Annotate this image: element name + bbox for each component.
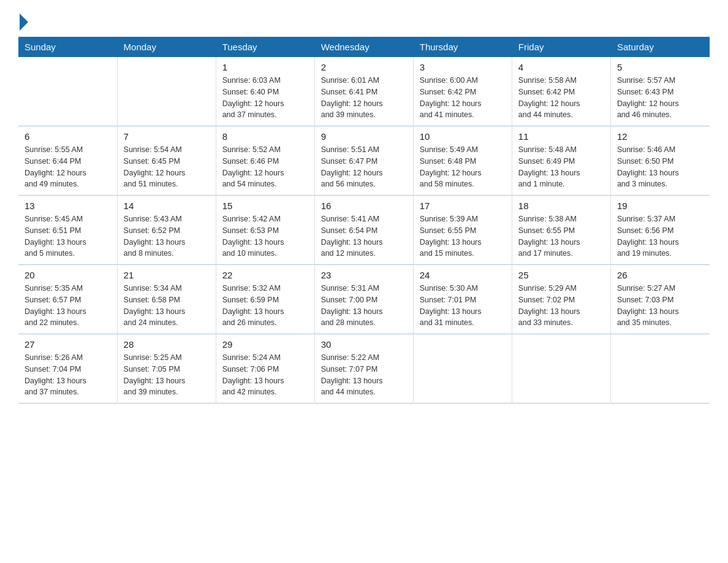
- day-info: Sunrise: 6:01 AM Sunset: 6:41 PM Dayligh…: [321, 75, 407, 121]
- day-number: 23: [321, 270, 407, 280]
- day-number: 16: [321, 201, 407, 211]
- day-info: Sunrise: 5:55 AM Sunset: 6:44 PM Dayligh…: [25, 144, 111, 190]
- calendar-cell: 23Sunrise: 5:31 AM Sunset: 7:00 PM Dayli…: [314, 265, 413, 334]
- day-info: Sunrise: 5:35 AM Sunset: 6:57 PM Dayligh…: [25, 283, 111, 329]
- day-info: Sunrise: 5:54 AM Sunset: 6:45 PM Dayligh…: [124, 144, 210, 190]
- calendar-cell: 13Sunrise: 5:45 AM Sunset: 6:51 PM Dayli…: [18, 196, 117, 265]
- calendar-week-row: 1Sunrise: 6:03 AM Sunset: 6:40 PM Daylig…: [18, 57, 710, 126]
- calendar-header: SundayMondayTuesdayWednesdayThursdayFrid…: [18, 37, 710, 57]
- day-number: 27: [25, 339, 111, 350]
- page-header: [18, 12, 710, 31]
- day-info: Sunrise: 5:38 AM Sunset: 6:55 PM Dayligh…: [518, 213, 604, 259]
- day-number: 5: [617, 62, 703, 72]
- calendar-cell: 1Sunrise: 6:03 AM Sunset: 6:40 PM Daylig…: [216, 57, 314, 126]
- day-info: Sunrise: 5:30 AM Sunset: 7:01 PM Dayligh…: [420, 283, 506, 329]
- day-number: 6: [25, 131, 111, 142]
- weekday-header-wednesday: Wednesday: [314, 37, 413, 57]
- day-info: Sunrise: 5:42 AM Sunset: 6:53 PM Dayligh…: [222, 213, 308, 259]
- day-number: 17: [420, 201, 506, 211]
- calendar-cell: 25Sunrise: 5:29 AM Sunset: 7:02 PM Dayli…: [512, 265, 610, 334]
- calendar-cell: 29Sunrise: 5:24 AM Sunset: 7:06 PM Dayli…: [216, 334, 314, 404]
- calendar-cell: 2Sunrise: 6:01 AM Sunset: 6:41 PM Daylig…: [314, 57, 413, 126]
- logo: [18, 18, 28, 31]
- calendar-cell: 30Sunrise: 5:22 AM Sunset: 7:07 PM Dayli…: [314, 334, 413, 404]
- day-number: 11: [518, 131, 604, 142]
- calendar-cell: 11Sunrise: 5:48 AM Sunset: 6:49 PM Dayli…: [512, 126, 610, 196]
- day-info: Sunrise: 5:34 AM Sunset: 6:58 PM Dayligh…: [124, 283, 210, 329]
- calendar-cell: 3Sunrise: 6:00 AM Sunset: 6:42 PM Daylig…: [413, 57, 512, 126]
- day-info: Sunrise: 5:32 AM Sunset: 6:59 PM Dayligh…: [222, 283, 308, 329]
- calendar-cell: [18, 57, 117, 126]
- calendar-week-row: 13Sunrise: 5:45 AM Sunset: 6:51 PM Dayli…: [18, 196, 710, 265]
- day-number: 24: [420, 270, 506, 280]
- day-info: Sunrise: 5:27 AM Sunset: 7:03 PM Dayligh…: [617, 283, 703, 329]
- day-number: 3: [420, 62, 506, 72]
- day-info: Sunrise: 5:43 AM Sunset: 6:52 PM Dayligh…: [124, 213, 210, 259]
- day-number: 9: [321, 131, 407, 142]
- weekday-header-monday: Monday: [117, 37, 216, 57]
- day-number: 19: [617, 201, 703, 211]
- calendar-cell: 19Sunrise: 5:37 AM Sunset: 6:56 PM Dayli…: [610, 196, 709, 265]
- calendar-cell: 26Sunrise: 5:27 AM Sunset: 7:03 PM Dayli…: [610, 265, 709, 334]
- day-number: 14: [124, 201, 210, 211]
- day-info: Sunrise: 5:45 AM Sunset: 6:51 PM Dayligh…: [25, 213, 111, 259]
- day-info: Sunrise: 6:03 AM Sunset: 6:40 PM Dayligh…: [222, 75, 308, 121]
- calendar-week-row: 27Sunrise: 5:26 AM Sunset: 7:04 PM Dayli…: [18, 334, 710, 404]
- day-number: 10: [420, 131, 506, 142]
- day-info: Sunrise: 5:52 AM Sunset: 6:46 PM Dayligh…: [222, 144, 308, 190]
- day-info: Sunrise: 5:26 AM Sunset: 7:04 PM Dayligh…: [25, 352, 111, 398]
- calendar-cell: 20Sunrise: 5:35 AM Sunset: 6:57 PM Dayli…: [18, 265, 117, 334]
- day-number: 15: [222, 201, 308, 211]
- calendar-week-row: 20Sunrise: 5:35 AM Sunset: 6:57 PM Dayli…: [18, 265, 710, 334]
- day-info: Sunrise: 5:48 AM Sunset: 6:49 PM Dayligh…: [518, 144, 604, 190]
- weekday-header-row: SundayMondayTuesdayWednesdayThursdayFrid…: [18, 37, 710, 57]
- calendar-cell: 12Sunrise: 5:46 AM Sunset: 6:50 PM Dayli…: [610, 126, 709, 196]
- day-number: 4: [518, 62, 604, 72]
- logo-triangle-icon: [20, 13, 28, 31]
- calendar-cell: 16Sunrise: 5:41 AM Sunset: 6:54 PM Dayli…: [314, 196, 413, 265]
- day-number: 21: [124, 270, 210, 280]
- calendar-body: 1Sunrise: 6:03 AM Sunset: 6:40 PM Daylig…: [18, 57, 710, 404]
- day-info: Sunrise: 5:25 AM Sunset: 7:05 PM Dayligh…: [124, 352, 210, 398]
- day-number: 26: [617, 270, 703, 280]
- day-info: Sunrise: 5:39 AM Sunset: 6:55 PM Dayligh…: [420, 213, 506, 259]
- day-number: 25: [518, 270, 604, 280]
- calendar-cell: 15Sunrise: 5:42 AM Sunset: 6:53 PM Dayli…: [216, 196, 314, 265]
- day-number: 30: [321, 339, 407, 350]
- day-number: 7: [124, 131, 210, 142]
- calendar-cell: 4Sunrise: 5:58 AM Sunset: 6:42 PM Daylig…: [512, 57, 610, 126]
- calendar-cell: 24Sunrise: 5:30 AM Sunset: 7:01 PM Dayli…: [413, 265, 512, 334]
- calendar-cell: 27Sunrise: 5:26 AM Sunset: 7:04 PM Dayli…: [18, 334, 117, 404]
- day-number: 28: [124, 339, 210, 350]
- calendar-cell: [512, 334, 610, 404]
- day-info: Sunrise: 5:58 AM Sunset: 6:42 PM Dayligh…: [518, 75, 604, 121]
- calendar-cell: 21Sunrise: 5:34 AM Sunset: 6:58 PM Dayli…: [117, 265, 216, 334]
- calendar-cell: 22Sunrise: 5:32 AM Sunset: 6:59 PM Dayli…: [216, 265, 314, 334]
- calendar-cell: 7Sunrise: 5:54 AM Sunset: 6:45 PM Daylig…: [117, 126, 216, 196]
- weekday-header-tuesday: Tuesday: [216, 37, 314, 57]
- calendar-cell: 14Sunrise: 5:43 AM Sunset: 6:52 PM Dayli…: [117, 196, 216, 265]
- day-info: Sunrise: 5:29 AM Sunset: 7:02 PM Dayligh…: [518, 283, 604, 329]
- day-info: Sunrise: 5:57 AM Sunset: 6:43 PM Dayligh…: [617, 75, 703, 121]
- calendar-cell: 10Sunrise: 5:49 AM Sunset: 6:48 PM Dayli…: [413, 126, 512, 196]
- calendar-cell: [117, 57, 216, 126]
- day-number: 18: [518, 201, 604, 211]
- day-info: Sunrise: 6:00 AM Sunset: 6:42 PM Dayligh…: [420, 75, 506, 121]
- day-number: 12: [617, 131, 703, 142]
- calendar-cell: 5Sunrise: 5:57 AM Sunset: 6:43 PM Daylig…: [610, 57, 709, 126]
- day-info: Sunrise: 5:49 AM Sunset: 6:48 PM Dayligh…: [420, 144, 506, 190]
- weekday-header-friday: Friday: [512, 37, 610, 57]
- calendar-cell: [610, 334, 709, 404]
- day-info: Sunrise: 5:51 AM Sunset: 6:47 PM Dayligh…: [321, 144, 407, 190]
- day-number: 13: [25, 201, 111, 211]
- day-info: Sunrise: 5:24 AM Sunset: 7:06 PM Dayligh…: [222, 352, 308, 398]
- weekday-header-saturday: Saturday: [610, 37, 709, 57]
- day-info: Sunrise: 5:37 AM Sunset: 6:56 PM Dayligh…: [617, 213, 703, 259]
- calendar-week-row: 6Sunrise: 5:55 AM Sunset: 6:44 PM Daylig…: [18, 126, 710, 196]
- day-info: Sunrise: 5:31 AM Sunset: 7:00 PM Dayligh…: [321, 283, 407, 329]
- day-number: 8: [222, 131, 308, 142]
- day-info: Sunrise: 5:41 AM Sunset: 6:54 PM Dayligh…: [321, 213, 407, 259]
- calendar-cell: [413, 334, 512, 404]
- calendar-cell: 28Sunrise: 5:25 AM Sunset: 7:05 PM Dayli…: [117, 334, 216, 404]
- calendar-cell: 9Sunrise: 5:51 AM Sunset: 6:47 PM Daylig…: [314, 126, 413, 196]
